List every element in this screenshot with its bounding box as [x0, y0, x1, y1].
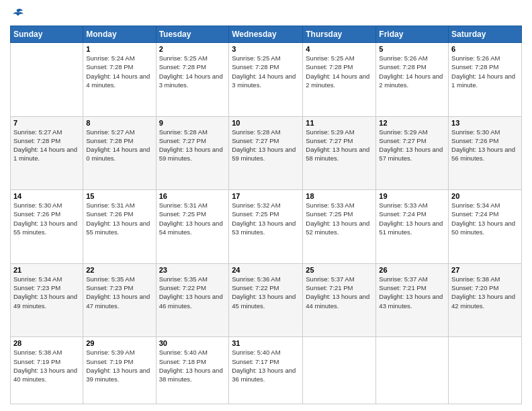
- calendar-cell: 9Sunrise: 5:28 AMSunset: 7:27 PMDaylight…: [156, 116, 229, 190]
- calendar-cell: 18Sunrise: 5:33 AMSunset: 7:25 PMDayligh…: [303, 190, 376, 264]
- calendar-cell: 4Sunrise: 5:25 AMSunset: 7:28 PMDaylight…: [303, 43, 376, 117]
- day-info: Sunrise: 5:25 AMSunset: 7:28 PMDaylight:…: [232, 54, 300, 89]
- day-number: 21: [13, 266, 80, 274]
- day-number: 13: [451, 119, 519, 127]
- day-info: Sunrise: 5:25 AMSunset: 7:28 PMDaylight:…: [159, 54, 226, 89]
- day-info: Sunrise: 5:40 AMSunset: 7:17 PMDaylight:…: [232, 348, 300, 383]
- day-info: Sunrise: 5:37 AMSunset: 7:21 PMDaylight:…: [306, 275, 373, 310]
- day-info: Sunrise: 5:32 AMSunset: 7:25 PMDaylight:…: [232, 201, 300, 236]
- calendar-cell: 13Sunrise: 5:30 AMSunset: 7:26 PMDayligh…: [449, 116, 522, 190]
- calendar-cell: 17Sunrise: 5:32 AMSunset: 7:25 PMDayligh…: [229, 190, 303, 264]
- day-number: 23: [159, 266, 226, 274]
- day-number: 31: [232, 339, 300, 347]
- calendar-cell: 27Sunrise: 5:38 AMSunset: 7:20 PMDayligh…: [449, 263, 522, 337]
- day-info: Sunrise: 5:37 AMSunset: 7:21 PMDaylight:…: [379, 275, 445, 310]
- day-info: Sunrise: 5:35 AMSunset: 7:22 PMDaylight:…: [159, 275, 226, 310]
- calendar-cell: 8Sunrise: 5:27 AMSunset: 7:28 PMDaylight…: [83, 116, 156, 190]
- day-number: 17: [232, 192, 300, 200]
- calendar-cell: 30Sunrise: 5:40 AMSunset: 7:18 PMDayligh…: [156, 337, 229, 404]
- day-number: 16: [159, 192, 226, 200]
- calendar-cell: 12Sunrise: 5:29 AMSunset: 7:27 PMDayligh…: [376, 116, 449, 190]
- day-number: 2: [159, 45, 226, 53]
- day-number: 28: [13, 339, 80, 347]
- day-info: Sunrise: 5:29 AMSunset: 7:27 PMDaylight:…: [306, 128, 373, 163]
- day-info: Sunrise: 5:27 AMSunset: 7:28 PMDaylight:…: [13, 128, 80, 163]
- calendar-cell: 10Sunrise: 5:28 AMSunset: 7:27 PMDayligh…: [229, 116, 303, 190]
- calendar-cell: 14Sunrise: 5:30 AMSunset: 7:26 PMDayligh…: [11, 190, 83, 264]
- day-number: 26: [379, 266, 445, 274]
- calendar-cell: [449, 337, 522, 404]
- day-info: Sunrise: 5:24 AMSunset: 7:28 PMDaylight:…: [86, 54, 152, 89]
- day-info: Sunrise: 5:29 AMSunset: 7:27 PMDaylight:…: [379, 128, 445, 163]
- day-number: 3: [232, 45, 300, 53]
- day-info: Sunrise: 5:34 AMSunset: 7:23 PMDaylight:…: [13, 275, 80, 310]
- day-number: 20: [451, 192, 519, 200]
- day-info: Sunrise: 5:34 AMSunset: 7:24 PMDaylight:…: [451, 201, 519, 236]
- day-number: 30: [159, 339, 226, 347]
- calendar-week-row: 14Sunrise: 5:30 AMSunset: 7:26 PMDayligh…: [11, 190, 522, 264]
- calendar-cell: 5Sunrise: 5:26 AMSunset: 7:28 PMDaylight…: [376, 43, 449, 117]
- day-number: 25: [306, 266, 373, 274]
- day-info: Sunrise: 5:35 AMSunset: 7:23 PMDaylight:…: [86, 275, 152, 310]
- calendar-week-row: 7Sunrise: 5:27 AMSunset: 7:28 PMDaylight…: [11, 116, 522, 190]
- calendar-cell: 7Sunrise: 5:27 AMSunset: 7:28 PMDaylight…: [11, 116, 83, 190]
- day-info: Sunrise: 5:30 AMSunset: 7:26 PMDaylight:…: [451, 128, 519, 163]
- day-number: 6: [451, 45, 519, 53]
- day-info: Sunrise: 5:27 AMSunset: 7:28 PMDaylight:…: [86, 128, 152, 163]
- calendar-cell: [303, 337, 376, 404]
- day-number: 1: [86, 45, 152, 53]
- calendar-week-row: 1Sunrise: 5:24 AMSunset: 7:28 PMDaylight…: [11, 43, 522, 117]
- weekday-header-wednesday: Wednesday: [229, 26, 303, 43]
- day-number: 11: [306, 119, 373, 127]
- day-info: Sunrise: 5:39 AMSunset: 7:19 PMDaylight:…: [86, 348, 152, 383]
- calendar-cell: 24Sunrise: 5:36 AMSunset: 7:22 PMDayligh…: [229, 263, 303, 337]
- day-number: 18: [306, 192, 373, 200]
- day-info: Sunrise: 5:36 AMSunset: 7:22 PMDaylight:…: [232, 275, 300, 310]
- logo-bird-icon: [10, 7, 25, 21]
- calendar-table: SundayMondayTuesdayWednesdayThursdayFrid…: [10, 26, 522, 404]
- calendar-cell: 26Sunrise: 5:37 AMSunset: 7:21 PMDayligh…: [376, 263, 449, 337]
- day-info: Sunrise: 5:30 AMSunset: 7:26 PMDaylight:…: [13, 201, 80, 236]
- day-info: Sunrise: 5:38 AMSunset: 7:19 PMDaylight:…: [13, 348, 80, 383]
- day-number: 22: [86, 266, 152, 274]
- weekday-header-sunday: Sunday: [11, 26, 83, 43]
- day-info: Sunrise: 5:38 AMSunset: 7:20 PMDaylight:…: [451, 275, 519, 310]
- day-number: 14: [13, 192, 80, 200]
- weekday-header-monday: Monday: [83, 26, 156, 43]
- day-info: Sunrise: 5:26 AMSunset: 7:28 PMDaylight:…: [451, 54, 519, 89]
- day-number: 4: [306, 45, 373, 53]
- calendar-cell: [11, 43, 83, 117]
- day-number: 12: [379, 119, 445, 127]
- day-info: Sunrise: 5:28 AMSunset: 7:27 PMDaylight:…: [159, 128, 226, 163]
- calendar-cell: 22Sunrise: 5:35 AMSunset: 7:23 PMDayligh…: [83, 263, 156, 337]
- calendar-cell: 25Sunrise: 5:37 AMSunset: 7:21 PMDayligh…: [303, 263, 376, 337]
- day-number: 10: [232, 119, 300, 127]
- weekday-header-tuesday: Tuesday: [156, 26, 229, 43]
- weekday-header-thursday: Thursday: [303, 26, 376, 43]
- calendar-cell: 28Sunrise: 5:38 AMSunset: 7:19 PMDayligh…: [11, 337, 83, 404]
- day-number: 27: [451, 266, 519, 274]
- calendar-cell: 16Sunrise: 5:31 AMSunset: 7:25 PMDayligh…: [156, 190, 229, 264]
- day-number: 5: [379, 45, 445, 53]
- weekday-header-friday: Friday: [376, 26, 449, 43]
- day-number: 19: [379, 192, 445, 200]
- day-number: 29: [86, 339, 152, 347]
- calendar-cell: 20Sunrise: 5:34 AMSunset: 7:24 PMDayligh…: [449, 190, 522, 264]
- calendar-cell: 6Sunrise: 5:26 AMSunset: 7:28 PMDaylight…: [449, 43, 522, 117]
- day-number: 7: [13, 119, 80, 127]
- calendar-cell: 29Sunrise: 5:39 AMSunset: 7:19 PMDayligh…: [83, 337, 156, 404]
- calendar-cell: 3Sunrise: 5:25 AMSunset: 7:28 PMDaylight…: [229, 43, 303, 117]
- weekday-header-saturday: Saturday: [449, 26, 522, 43]
- calendar-week-row: 28Sunrise: 5:38 AMSunset: 7:19 PMDayligh…: [11, 337, 522, 404]
- day-info: Sunrise: 5:33 AMSunset: 7:25 PMDaylight:…: [306, 201, 373, 236]
- day-number: 15: [86, 192, 152, 200]
- page: SundayMondayTuesdayWednesdayThursdayFrid…: [0, 0, 532, 411]
- calendar-cell: 19Sunrise: 5:33 AMSunset: 7:24 PMDayligh…: [376, 190, 449, 264]
- calendar-cell: 11Sunrise: 5:29 AMSunset: 7:27 PMDayligh…: [303, 116, 376, 190]
- day-number: 9: [159, 119, 226, 127]
- header: [10, 7, 522, 21]
- day-info: Sunrise: 5:26 AMSunset: 7:28 PMDaylight:…: [379, 54, 445, 89]
- weekday-header-row: SundayMondayTuesdayWednesdayThursdayFrid…: [11, 26, 522, 43]
- day-info: Sunrise: 5:25 AMSunset: 7:28 PMDaylight:…: [306, 54, 373, 89]
- day-number: 24: [232, 266, 300, 274]
